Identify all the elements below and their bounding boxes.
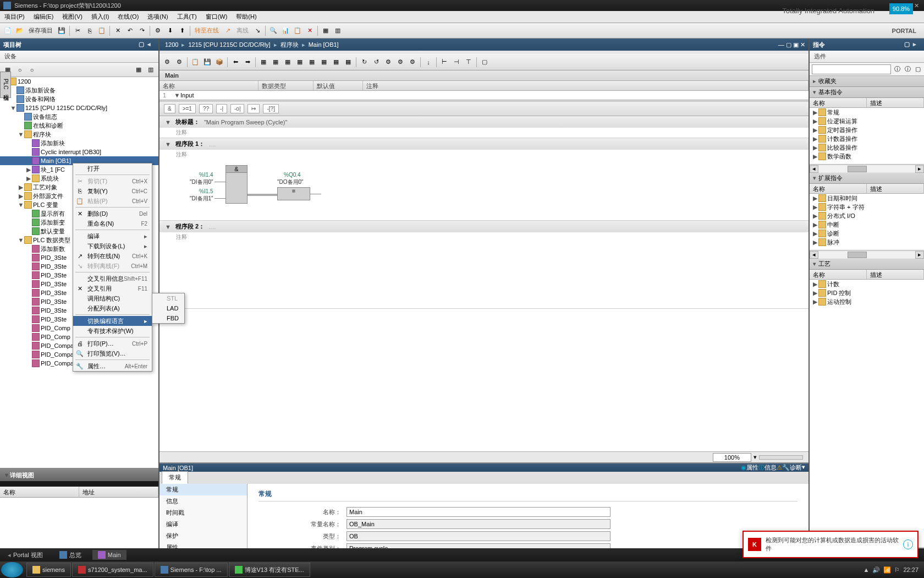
tree-root[interactable]: ▼1200 — [0, 77, 158, 86]
devices-tab[interactable]: 设备 — [0, 51, 158, 63]
prop-const-input[interactable] — [346, 519, 610, 529]
cm-[interactable]: 打开 — [73, 163, 152, 173]
et-icon-4[interactable]: 💾 — [202, 57, 213, 68]
et-icon-24[interactable]: ⊤ — [463, 57, 474, 68]
instr-col-name3[interactable]: 名称 — [810, 270, 867, 279]
prop-name-input[interactable] — [346, 507, 610, 517]
cm-P[interactable]: 📋粘贴(P)Ctrl+V — [73, 196, 152, 206]
instr-col-desc[interactable]: 描述 — [867, 98, 924, 107]
block-title-header[interactable]: ▼块标题： "Main Program Sweep (Cycle)" — [160, 116, 809, 128]
instr-motion[interactable]: ▶运动控制 — [810, 297, 924, 306]
go-offline-button[interactable]: 离线 — [234, 26, 251, 35]
iface-col-name[interactable]: 名称 — [160, 81, 258, 90]
task-siemens-app[interactable]: Siemens - F:\top ... — [155, 563, 228, 577]
new-project-icon[interactable]: 📄 — [2, 25, 13, 36]
fbd-in1-addr[interactable]: %I1.4 — [199, 172, 213, 178]
et-icon-10[interactable]: ▦ — [282, 57, 293, 68]
zoom-value[interactable]: 100% — [713, 453, 751, 462]
delete-icon[interactable]: ✕ — [112, 25, 123, 36]
tree-program-blocks[interactable]: ▼程序块 — [0, 130, 158, 139]
basic-scrollbar[interactable]: ◂▸ — [810, 164, 924, 173]
save-project-button[interactable]: 保存项目 — [26, 26, 55, 35]
iface-col-default[interactable]: 默认值 — [314, 81, 363, 90]
instr-bit-logic[interactable]: ▶位逻辑运算 — [810, 117, 924, 126]
cm-[interactable]: ✕交叉引用F11 — [73, 283, 152, 293]
close-button[interactable]: ✕ — [912, 2, 921, 9]
iface-col-type[interactable]: 数据类型 — [258, 81, 314, 90]
go-offline-icon[interactable]: ↘ — [252, 25, 263, 36]
prop-nav-info[interactable]: 信息 — [160, 495, 247, 507]
fbd-in1-name[interactable]: "DI备用0" — [190, 178, 213, 186]
prop-nav-timestamp[interactable]: 时间戳 — [160, 507, 247, 519]
instr-count[interactable]: ▶计数 — [810, 280, 924, 288]
menu-options[interactable]: 选项(N) — [143, 11, 172, 23]
prop-tab-properties[interactable]: ◉属性 — [741, 464, 758, 472]
task-chrome[interactable]: 博途V13 有没有STE... — [229, 563, 310, 577]
et-icon-21[interactable]: ↓ — [423, 57, 434, 68]
et-icon-1[interactable]: ⚙ — [162, 57, 173, 68]
tray-clock[interactable]: 22:27 — [903, 566, 919, 573]
menu-edit[interactable]: 编辑(E) — [29, 11, 58, 23]
menu-insert[interactable]: 插入(I) — [87, 11, 113, 23]
fbd-in2-name[interactable]: "DI备用1" — [190, 195, 213, 203]
instr-timer[interactable]: ▶定时器操作 — [810, 126, 924, 134]
cm-N[interactable]: 重命名(N)F2 — [73, 219, 152, 228]
tb-icon-5[interactable]: ▥ — [332, 25, 343, 36]
bc-4[interactable]: Main [OB1] — [306, 41, 341, 48]
cm-A[interactable]: 分配列表(A) — [73, 303, 152, 313]
fbd-unk-button[interactable]: ?? — [199, 104, 213, 113]
prop-nav-general[interactable]: 常规 — [160, 484, 247, 495]
editor-restore-icon[interactable]: ▢ — [786, 41, 791, 48]
cm-D[interactable]: ✕删除(D)Del — [73, 209, 152, 219]
bc-2[interactable]: 1215 [CPU 1215C DC/DC/Rly] — [186, 41, 272, 48]
detail-collapse-icon[interactable]: ▼ — [3, 472, 10, 478]
tree-cpu[interactable]: ▼1215 [CPU 1215C DC/DC/Rly] — [0, 103, 158, 112]
menu-view[interactable]: 视图(V) — [58, 11, 87, 23]
go-online-button[interactable]: 转至在线 — [193, 26, 221, 35]
editor-min-icon[interactable]: — — [778, 41, 784, 48]
cm-[interactable]: 编译▸ — [73, 231, 152, 241]
tree-ob30[interactable]: Cyclic interrupt [OB30] — [0, 148, 158, 156]
sec-tech[interactable]: ▾工艺 — [810, 259, 924, 270]
zoom-dropdown-icon[interactable]: ▾ — [754, 454, 757, 461]
et-icon-19[interactable]: ⚙ — [395, 57, 406, 68]
prop-type-input[interactable] — [346, 531, 610, 541]
instr-counter[interactable]: ▶计数器操作 — [810, 134, 924, 143]
download-icon[interactable]: ⬇ — [164, 25, 175, 36]
et-icon-11[interactable]: ▦ — [294, 57, 305, 68]
task-siemens-folder[interactable]: siemens — [26, 563, 71, 577]
prop-tab-info[interactable]: ⓘ信息⚠ — [758, 464, 782, 472]
tree-view-2-icon[interactable]: ▥ — [145, 64, 156, 75]
upload-icon[interactable]: ⬆ — [177, 25, 188, 36]
sec-basic[interactable]: ▾基本指令 — [810, 87, 924, 98]
et-icon-13[interactable]: ▦ — [318, 57, 329, 68]
sec-favorites[interactable]: ▸收藏夹 — [810, 76, 924, 87]
instr-col-name2[interactable]: 名称 — [810, 184, 867, 193]
instr-dist-io[interactable]: ▶分布式 I/O — [810, 211, 924, 220]
network-1-comment[interactable]: 注释 — [160, 150, 809, 160]
tree-online-diag[interactable]: 在线和诊断 — [0, 121, 158, 130]
instr-search-input[interactable] — [812, 64, 891, 74]
tree-tb-2-icon[interactable]: ○ — [14, 64, 25, 75]
save-icon[interactable]: 💾 — [56, 25, 67, 36]
cm-Y[interactable]: ⎘复制(Y)Ctrl+C — [73, 186, 152, 196]
et-icon-7[interactable]: ➡ — [242, 57, 253, 68]
et-icon-8[interactable]: ▦ — [258, 57, 269, 68]
fbd-and-block[interactable]: & — [226, 165, 248, 204]
instr-datetime[interactable]: ▶日期和时间 — [810, 194, 924, 203]
instr-string[interactable]: ▶字符串 + 字符 — [810, 203, 924, 211]
tb-icon-4[interactable]: ▦ — [320, 25, 331, 36]
editor-max-icon[interactable]: ▣ — [793, 41, 799, 48]
compile-icon[interactable]: ⚙ — [152, 25, 163, 36]
detail-col-addr[interactable]: 地址 — [79, 487, 158, 497]
left-side-tab-plc[interactable]: PLC 编程 — [0, 72, 11, 98]
menu-window[interactable]: 窗口(W) — [201, 11, 232, 23]
fbd-assign-block[interactable]: = — [277, 187, 310, 200]
cm-L[interactable]: 下载到设备(L)▸ — [73, 241, 152, 251]
start-button[interactable] — [1, 562, 23, 577]
menu-help[interactable]: 帮助(H) — [232, 11, 261, 23]
cm-sub-stl[interactable]: STL — [152, 293, 184, 303]
paste-icon[interactable]: 📋 — [96, 25, 107, 36]
open-project-icon[interactable]: 📂 — [14, 25, 25, 36]
cm-T[interactable]: ✂剪切(T)Ctrl+X — [73, 176, 152, 186]
